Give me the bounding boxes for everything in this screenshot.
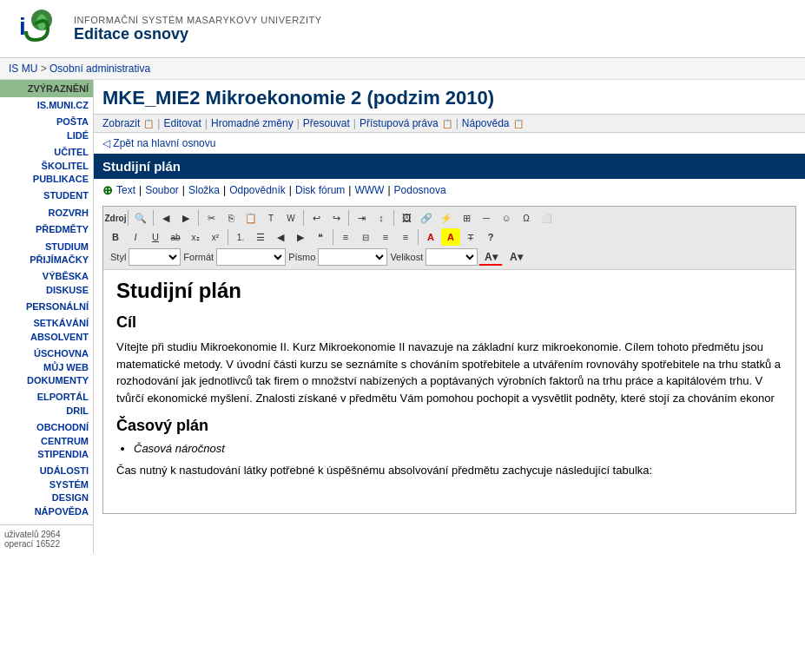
sidebar-item-vybeska[interactable]: VÝBĚSKADISKUSE: [0, 268, 93, 299]
tb-smiley-btn[interactable]: ☺: [497, 209, 516, 227]
content-list-item-1-text: Časová náročnost: [134, 442, 225, 455]
editor-content[interactable]: Studijní plán Cíl Vítejte při studiu Mik…: [103, 270, 795, 513]
tb-undo-btn[interactable]: ↩: [307, 209, 326, 227]
tb-textcolor2-btn[interactable]: A▾: [478, 248, 503, 266]
tb-alignleft-btn[interactable]: ≡: [336, 228, 355, 246]
tb-underline-btn[interactable]: U: [146, 228, 165, 246]
tb-color-btn[interactable]: A: [421, 228, 440, 246]
content-list: Časová náročnost: [134, 442, 782, 455]
tb-image-btn[interactable]: 🖼: [397, 209, 416, 227]
tb-hr-btn[interactable]: ─: [477, 209, 496, 227]
sidebar-item-student[interactable]: STUDENT: [0, 188, 93, 204]
tb-outdent-btn[interactable]: ◀: [271, 228, 290, 246]
tb-cut-btn[interactable]: ✂: [201, 209, 221, 227]
tb-forward-btn[interactable]: ▶: [176, 209, 195, 227]
sidebar-item-predmety[interactable]: PŘEDMĚTY: [0, 221, 93, 238]
tb-find-btn[interactable]: 🔍: [131, 209, 150, 227]
tb-pasteword-btn[interactable]: W: [281, 209, 300, 227]
page-title-area: MKE_MIE2 Mikroekonomie 2 (podzim 2010): [94, 80, 805, 114]
font-select[interactable]: [318, 248, 387, 266]
format-label: Formát: [183, 252, 214, 262]
layout: ZVÝRAZNĚNÍ IS.MUNI.CZ POŠTALIDÉ UČITELŠK…: [0, 80, 805, 553]
back-link-anchor[interactable]: Zpět na hlavní osnovu: [113, 137, 215, 149]
sidebar-item-posta[interactable]: POŠTALIDÉ: [0, 114, 93, 144]
tb-paste-btn[interactable]: 📋: [241, 209, 261, 227]
back-arrow-icon: ◁: [102, 137, 110, 149]
content-list-item-1: Časová náročnost: [134, 442, 782, 455]
tb-replace-btn[interactable]: ↕: [372, 209, 391, 227]
add-slozka[interactable]: Složka: [188, 184, 220, 196]
tb-special-btn[interactable]: Ω: [517, 209, 536, 227]
tb-sup-btn[interactable]: x²: [206, 228, 225, 246]
sidebar-item-uschovna[interactable]: ÚSCHOVNAMŮJ WEBDOKUMENTY: [0, 346, 93, 389]
tb-sep-3: [198, 210, 199, 226]
tb-sep-7: [228, 229, 228, 245]
tb-unformat-btn[interactable]: T̶: [461, 228, 480, 246]
add-text[interactable]: Text: [116, 184, 135, 196]
sidebar-item-ucitel[interactable]: UČITELŠKOLITELPUBLIKACE: [0, 144, 93, 188]
breadcrumb-link-ismu[interactable]: IS MU: [9, 63, 37, 75]
styl-select[interactable]: [129, 248, 181, 266]
action-zobrazit[interactable]: Zobrazit: [102, 117, 140, 129]
back-link: ◁ Zpět na hlavní osnovu: [94, 133, 805, 154]
sidebar-item-rozvrh[interactable]: ROZVRH: [0, 205, 93, 221]
tb-indent-btn[interactable]: ▶: [291, 228, 310, 246]
tb-strike-btn[interactable]: ab: [166, 228, 185, 246]
tb-quote-btn[interactable]: ❝: [311, 228, 330, 246]
add-items-bar: ⊕ Text | Soubor | Složka | Odpovědník | …: [94, 179, 805, 201]
action-napoveda[interactable]: Nápověda: [462, 117, 510, 129]
format-select[interactable]: [216, 248, 286, 266]
tb-italic-btn[interactable]: I: [126, 228, 145, 246]
tb-alignright-btn[interactable]: ≡: [376, 228, 395, 246]
add-www[interactable]: WWW: [354, 184, 384, 196]
tb-link-btn[interactable]: 🔗: [417, 209, 436, 227]
sidebar: ZVÝRAZNĚNÍ IS.MUNI.CZ POŠTALIDÉ UČITELŠK…: [0, 80, 94, 553]
tb-flash-btn[interactable]: ⚡: [437, 209, 456, 227]
action-presouvat[interactable]: Přesouvat: [303, 117, 350, 129]
editor-container: Zdroj 🔍 ◀ ▶ ✂ ⎘ 📋 T W ↩ ↪ ⇥: [102, 206, 796, 514]
action-hromadne[interactable]: Hromadné změny: [211, 117, 294, 129]
tb-fontsize2-btn[interactable]: A▾: [504, 248, 528, 266]
tb-iframe-btn[interactable]: ⬜: [537, 209, 556, 227]
sidebar-item-setkavani[interactable]: SETKÁVÁNÍABSOLVENT: [0, 315, 93, 346]
content-section3-text: Čas nutný k nastudování látky potřebné k…: [116, 462, 782, 479]
add-podosnova[interactable]: Podosnova: [394, 184, 446, 196]
tb-bgcolor-btn[interactable]: A: [441, 228, 460, 246]
tb-redo-btn[interactable]: ↪: [327, 209, 346, 227]
add-odpovedník[interactable]: Odpovědník: [229, 184, 286, 196]
sidebar-item-personalni[interactable]: PERSONÁLNÍ: [0, 299, 93, 315]
tb-help-btn[interactable]: ?: [481, 228, 500, 246]
add-diskforum[interactable]: Disk fórum: [295, 184, 345, 196]
sidebar-zvyrazneni[interactable]: ZVÝRAZNĚNÍ: [0, 80, 93, 97]
header-subtitle: Informační systém Masarykovy univerzity: [74, 15, 322, 25]
tb-copy-btn[interactable]: ⎘: [221, 209, 241, 227]
content-cil-text: Vítejte při studiu Mikroekonomie II. Kur…: [116, 339, 782, 406]
tb-pastetext-btn[interactable]: T: [261, 209, 280, 227]
sidebar-item-obchodni[interactable]: OBCHODNÍCENTRUMSTIPENDIA: [0, 419, 93, 463]
action-icon-prava: 📋: [442, 119, 452, 128]
tb-insert-btn[interactable]: ⇥: [352, 209, 371, 227]
tb-table-btn[interactable]: ⊞: [457, 209, 476, 227]
sidebar-item-studium[interactable]: STUDIUMPŘIJÍMAČKY: [0, 239, 93, 269]
action-editovat[interactable]: Editovat: [163, 117, 201, 129]
add-soubor[interactable]: Soubor: [145, 184, 179, 196]
tb-justify-btn[interactable]: ≡: [396, 228, 415, 246]
size-select[interactable]: [426, 248, 478, 266]
tb-bold-btn[interactable]: B: [106, 228, 125, 246]
tb-sep-2: [153, 210, 154, 226]
tb-center-btn[interactable]: ⊟: [356, 228, 375, 246]
action-pristupova[interactable]: Přístupová práva: [360, 117, 439, 129]
tb-back-btn[interactable]: ◀: [156, 209, 175, 227]
action-icon-napoveda: 📋: [513, 119, 524, 128]
sidebar-item-ismunicze[interactable]: IS.MUNI.CZ: [0, 97, 93, 114]
tb-source-btn[interactable]: Zdroj: [106, 209, 125, 227]
sidebar-item-udalosti[interactable]: UDÁLOSTISYSTÉMDESIGNNÁPOVĚDA: [0, 463, 93, 520]
section-header: Studijní plán: [94, 154, 805, 179]
sidebar-item-elportal[interactable]: ELPORTÁLDRIL: [0, 389, 93, 419]
tb-sub-btn[interactable]: x₂: [186, 228, 205, 246]
breadcrumb-link-admin[interactable]: Osobní administrativa: [49, 63, 150, 75]
action-bar: Zobrazit 📋 | Editovat | Hromadné změny |…: [94, 114, 805, 133]
tb-ul-btn[interactable]: ☰: [251, 228, 270, 246]
tb-ol-btn[interactable]: 1.: [231, 228, 250, 246]
content-casovy-heading: Časový plán: [116, 417, 782, 435]
